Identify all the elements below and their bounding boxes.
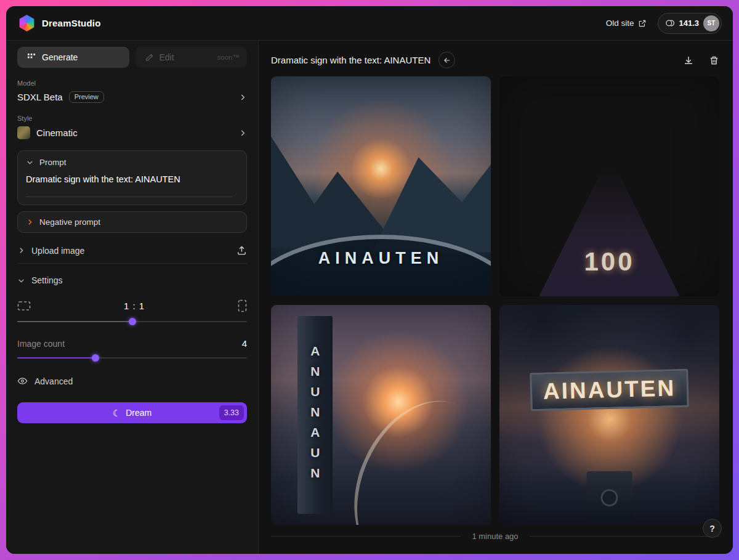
dream-button[interactable]: ☾ Dream 3.33 [17, 402, 247, 423]
image-count-fill [17, 357, 95, 359]
generated-image-2[interactable]: 100 [499, 76, 719, 296]
portrait-ratio-icon [238, 299, 247, 312]
settings-label: Settings [31, 275, 63, 285]
timestamp: 1 minute ago [472, 532, 518, 541]
top-bar: DreamStudio Old site 141.3 ST [6, 6, 733, 41]
image-count-value: 4 [242, 338, 247, 349]
dream-button-label: Dream [126, 408, 151, 418]
trash-icon [709, 55, 719, 66]
model-selector[interactable]: SDXL Beta Preview [17, 91, 247, 103]
landscape-ratio-icon [17, 301, 31, 311]
image-count-slider[interactable] [17, 354, 247, 362]
sign-ring [271, 235, 491, 296]
advanced-label: Advanced [34, 376, 73, 386]
generated-image-1[interactable]: AINAUTEN [271, 76, 491, 296]
image-count-label: Image count [17, 339, 65, 349]
delete-button[interactable] [709, 55, 719, 66]
negative-prompt-card[interactable]: Negative prompt [17, 211, 247, 233]
model-value: SDXL Beta [17, 92, 63, 102]
prompt-card-label: Prompt [39, 158, 67, 167]
old-site-label: Old site [606, 18, 634, 28]
tab-generate[interactable]: Generate [17, 47, 129, 68]
help-button[interactable]: ? [703, 519, 722, 538]
style-value: Cinematic [36, 128, 78, 138]
negative-prompt-label: Negative prompt [39, 217, 100, 227]
chevron-right-icon [26, 218, 34, 226]
railroad-tracks [539, 169, 679, 296]
tab-generate-label: Generate [42, 52, 78, 62]
dream-cost-badge: 3.33 [219, 405, 244, 420]
tab-edit[interactable]: Edit soon™ [135, 47, 248, 68]
external-link-icon [638, 19, 647, 28]
image-overlay-text: 100 [499, 247, 719, 277]
model-label: Model [17, 79, 247, 87]
upload-image-label: Upload image [31, 246, 84, 256]
generated-image-4[interactable]: AINAUTEN [499, 305, 719, 525]
reuse-prompt-button[interactable] [438, 52, 455, 68]
chevron-right-icon [238, 129, 247, 137]
aspect-ratio-slider[interactable] [17, 317, 247, 326]
generated-image-3[interactable]: ANUNAUN [271, 305, 491, 525]
arrow-left-icon [443, 56, 451, 65]
app-title: DreamStudio [42, 18, 101, 28]
sign-pillar: ANUNAUN [297, 316, 333, 514]
divider [271, 536, 461, 537]
dreamstudio-logo-icon [18, 15, 35, 31]
grid-icon [27, 53, 36, 62]
style-label: Style [17, 115, 247, 122]
winding-road [329, 379, 491, 525]
app-window: DreamStudio Old site 141.3 ST Generate [6, 6, 733, 554]
divider [530, 536, 719, 537]
style-selector[interactable]: Cinematic [17, 126, 247, 139]
aspect-ratio-thumb[interactable] [129, 318, 136, 325]
aspect-ratio-value: 1 : 1 [124, 301, 145, 311]
upload-icon [236, 245, 247, 256]
generation-title: Dramatic sign with the text: AINAUTEN [271, 55, 430, 65]
tab-edit-soon-badge: soon™ [217, 54, 240, 61]
generated-image-grid: AINAUTEN 100 ANUNAUN AINAUTEN [271, 76, 719, 525]
advanced-toggle[interactable]: Advanced [17, 376, 247, 386]
eye-icon [17, 376, 28, 386]
prompt-input[interactable]: Dramatic sign with the text: AINAUTEN [26, 174, 238, 184]
avatar[interactable]: ST [703, 15, 719, 31]
credits-value: 141.3 [679, 18, 699, 28]
pencil-icon [145, 53, 154, 62]
credits-pill[interactable]: 141.3 ST [658, 13, 722, 34]
prompt-input-underline [26, 197, 232, 197]
billboard-sign: AINAUTEN [530, 369, 689, 412]
prompt-card[interactable]: Prompt Dramatic sign with the text: AINA… [17, 150, 247, 205]
credits-coin-icon [665, 18, 674, 28]
tab-edit-label: Edit [160, 52, 174, 62]
aspect-ratio-fill [17, 321, 132, 322]
chevron-down-icon [26, 158, 34, 166]
pedestal [586, 471, 632, 520]
download-icon [683, 55, 694, 66]
image-overlay-text: AINAUTEN [271, 249, 491, 268]
download-button[interactable] [683, 55, 694, 66]
chevron-right-icon [17, 246, 25, 254]
moon-icon: ☾ [113, 408, 121, 418]
model-preview-badge: Preview [69, 91, 104, 103]
chevron-down-icon [17, 277, 25, 285]
chevron-right-icon [238, 93, 247, 102]
upload-image-row[interactable]: Upload image [17, 238, 247, 264]
sidebar: Generate Edit soon™ Model SDXL Beta Prev… [6, 41, 259, 554]
image-count-thumb[interactable] [92, 354, 99, 362]
style-thumbnail [17, 126, 30, 139]
settings-toggle[interactable]: Settings [17, 269, 247, 292]
image-overlay-text: ANUNAUN [307, 344, 322, 486]
old-site-link[interactable]: Old site [606, 18, 647, 28]
main-panel: Dramatic sign with the text: AINAUTEN [259, 41, 733, 554]
